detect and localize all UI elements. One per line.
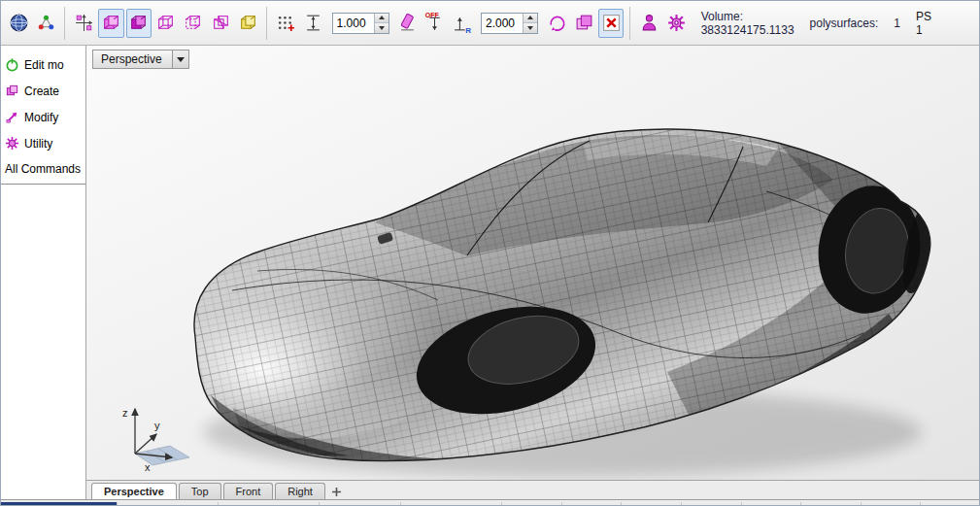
move-axes-icon-button[interactable] — [71, 9, 96, 38]
viewport-menu-button[interactable] — [173, 50, 189, 69]
polysurfaces-readout: polysurfaces: 1 — [810, 17, 900, 30]
tab-right[interactable]: Right — [275, 483, 325, 499]
point-grid-icon-button[interactable] — [273, 9, 298, 38]
pane-grid-snap[interactable]: Grid Snap — [502, 502, 562, 506]
eraser-icon-button[interactable] — [395, 9, 421, 38]
pane-smarttrack[interactable]: SmartTrack — [742, 502, 802, 506]
arrow-up-icon — [527, 16, 533, 19]
pane-ortho[interactable]: Ortho — [562, 502, 623, 506]
cube-wireframe-icon-button[interactable] — [153, 9, 179, 38]
ps-panel-label: PS 1 — [916, 10, 931, 37]
tolerance-spinners — [374, 14, 389, 33]
sidebar-item-label: Modify — [24, 111, 58, 124]
person-icon-button[interactable] — [636, 9, 661, 38]
cube-ghosted-icon-button[interactable] — [181, 9, 206, 38]
x-axis-label: x — [145, 461, 151, 473]
cube-xray-icon-button[interactable] — [208, 9, 233, 38]
rotate-arrow-icon — [547, 13, 567, 33]
pane-osnap[interactable]: Osnap — [682, 502, 742, 506]
dimension-icon-button[interactable] — [300, 9, 325, 38]
spinner-down-button[interactable] — [375, 22, 389, 33]
add-viewport-tab-button[interactable] — [327, 484, 347, 499]
red-x-icon — [601, 13, 622, 33]
copy-icon-button[interactable] — [571, 9, 596, 38]
arrow-up-icon — [379, 16, 385, 19]
pane-gumball[interactable]: Gumball — [801, 502, 862, 506]
arrow-down-icon — [527, 26, 533, 30]
sidebar-item-utility[interactable]: Utility — [1, 130, 85, 156]
tab-top[interactable]: Top — [179, 483, 221, 499]
chevron-down-icon — [177, 57, 185, 62]
pane-record-history[interactable]: Record History — [862, 502, 922, 506]
point-grid-icon — [276, 13, 296, 33]
sidebar-divider — [1, 184, 85, 185]
z-axis-label: z — [122, 407, 128, 419]
viewport-title-tab: Perspective — [92, 50, 189, 69]
sidebar-item-all-commands[interactable]: All Commands — [1, 156, 85, 182]
scale-input-group — [481, 13, 538, 34]
cube-ghosted-icon — [183, 13, 203, 33]
cube-xray-icon — [211, 13, 231, 33]
cplane-grid-icon — [135, 446, 189, 465]
cube-yellow-icon-button[interactable] — [235, 9, 260, 38]
volume-readout: Volume: 3833124175.1133 — [701, 10, 794, 37]
power-icon — [5, 57, 19, 72]
rotate-icon-button[interactable] — [544, 9, 569, 38]
status-bar: 50.598 9438.997 0.000 Millimeters Defaul… — [1, 499, 980, 506]
toolbar-readouts: Volume: 3833124175.1133 polysurfaces: 1 … — [701, 10, 974, 37]
y-axis-label: y — [154, 420, 160, 431]
sidebar-item-label: Create — [24, 84, 59, 98]
cube-wireframe-icon — [155, 13, 176, 33]
person-icon — [639, 13, 659, 33]
polysurfaces-value: 1 — [894, 17, 900, 30]
sidebar-item-edit-mode[interactable]: Edit mo — [1, 51, 85, 78]
coordinate-y: 9438.997 — [118, 502, 219, 506]
tab-front[interactable]: Front — [223, 483, 274, 499]
cube-solid-icon-button[interactable] — [98, 9, 123, 38]
spinner-down-button[interactable] — [524, 22, 537, 33]
cube-shaded-icon — [128, 13, 149, 33]
plus-icon — [331, 487, 342, 497]
modify-arrow-icon — [5, 110, 19, 124]
layer-pane[interactable]: Default — [401, 502, 502, 506]
coordinate-x: 50.598 — [1, 502, 118, 506]
cube-icon — [5, 84, 19, 98]
cancel-icon-button[interactable] — [598, 9, 624, 38]
molecule-icon-button[interactable] — [33, 9, 58, 38]
molecule-icon — [36, 13, 56, 33]
sidebar-item-label: All Commands — [5, 162, 81, 176]
record-off-icon-button[interactable]: OFF — [422, 9, 448, 38]
tolerance-input[interactable] — [333, 14, 374, 33]
r-label: R — [465, 26, 471, 35]
spinner-up-button[interactable] — [375, 14, 389, 23]
gear-icon — [666, 13, 687, 33]
cplane-axis-gizmo: z y x — [106, 397, 213, 477]
viewport-title[interactable]: Perspective — [92, 50, 173, 69]
perspective-viewport[interactable]: Perspective — [86, 46, 980, 480]
cube-solid-icon — [101, 13, 121, 33]
scale-input[interactable] — [482, 14, 523, 33]
pane-filter[interactable]: Filter — [921, 502, 980, 506]
spinner-up-button[interactable] — [524, 14, 537, 23]
viewport-area: Perspective — [86, 46, 980, 499]
coordinate-z: 0.000 — [219, 502, 320, 506]
pane-planar[interactable]: Planar — [622, 502, 682, 506]
top-toolbar: OFF R Volume: 3 — [1, 1, 979, 46]
move-axes-icon — [74, 13, 94, 33]
cube-shaded-icon-button[interactable] — [126, 9, 152, 38]
sidebar-item-modify[interactable]: Modify — [1, 104, 85, 130]
gear-icon-button[interactable] — [664, 9, 690, 38]
scale-spinners — [523, 14, 537, 33]
record-r-icon-button[interactable]: R — [450, 9, 475, 38]
copy-icon — [574, 13, 594, 33]
rhino-window: OFF R Volume: 3 — [0, 0, 980, 506]
globe-icon-button[interactable] — [6, 9, 31, 38]
eraser-icon — [397, 13, 418, 33]
tab-perspective[interactable]: Perspective — [91, 483, 177, 499]
car-model — [86, 46, 980, 480]
viewport-tabs: Perspective Top Front Right — [86, 480, 980, 499]
units-readout[interactable]: Millimeters — [320, 502, 401, 506]
sidebar-item-create[interactable]: Create — [1, 78, 85, 104]
arrow-down-icon — [379, 26, 385, 30]
command-sidebar: Edit mo Create Modify Utility All Comman… — [1, 46, 86, 499]
